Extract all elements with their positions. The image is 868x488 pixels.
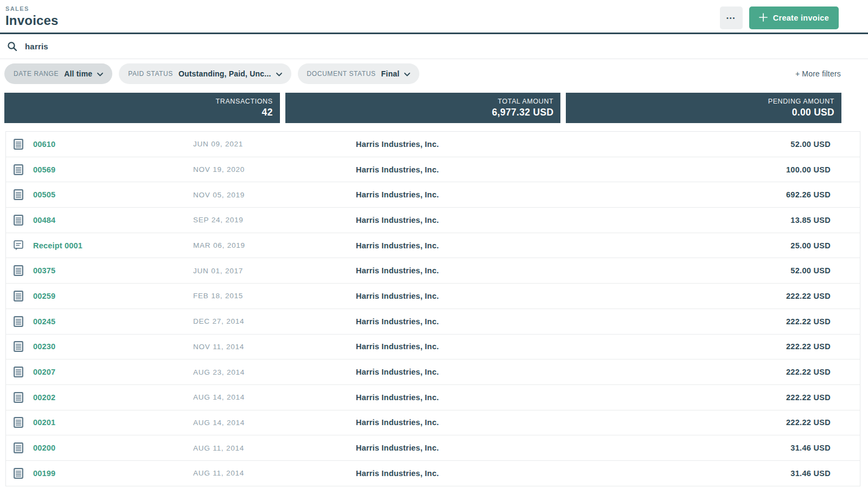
doc-date: AUG 11, 2014 xyxy=(193,444,356,452)
search-input[interactable] xyxy=(25,42,513,51)
doc-date: JUN 09, 2021 xyxy=(193,140,356,148)
create-invoice-button[interactable]: Create invoice xyxy=(749,7,839,29)
doc-number-link[interactable]: 00202 xyxy=(33,393,193,402)
doc-date: AUG 14, 2014 xyxy=(193,393,356,401)
doc-icon-cell xyxy=(6,164,33,175)
filter-chip-paid-status[interactable]: PAID STATUS Outstanding, Paid, Unc... xyxy=(119,63,291,84)
invoice-icon xyxy=(14,442,23,453)
doc-customer: Harris Industries, Inc. xyxy=(356,393,786,402)
invoice-table-body: 00610 JUN 09, 2021 Harris Industries, In… xyxy=(5,131,860,486)
doc-amount: 222.22 USD xyxy=(786,292,860,300)
search-icon xyxy=(7,41,18,52)
doc-number-link[interactable]: 00505 xyxy=(33,190,193,199)
doc-amount: 222.22 USD xyxy=(786,342,860,351)
search-bar xyxy=(0,34,868,59)
doc-date: SEP 24, 2019 xyxy=(193,216,356,224)
table-row[interactable]: 00569 NOV 19, 2020 Harris Industries, In… xyxy=(6,157,860,183)
doc-number-link[interactable]: Receipt 0001 xyxy=(33,241,193,250)
chevron-down-icon xyxy=(404,69,410,79)
plus-icon xyxy=(759,13,768,23)
table-row[interactable]: 00245 DEC 27, 2014 Harris Industries, In… xyxy=(6,309,860,335)
doc-number-link[interactable]: 00199 xyxy=(33,469,193,478)
chevron-down-icon xyxy=(97,69,103,79)
doc-date: NOV 19, 2020 xyxy=(193,165,356,174)
table-row[interactable]: 00202 AUG 14, 2014 Harris Industries, In… xyxy=(6,385,860,410)
doc-customer: Harris Industries, Inc. xyxy=(356,292,786,300)
table-row[interactable]: 00259 FEB 18, 2015 Harris Industries, In… xyxy=(6,284,860,309)
doc-icon-cell xyxy=(6,240,33,251)
filter-bar: DATE RANGE All time PAID STATUS Outstand… xyxy=(4,63,841,84)
doc-customer: Harris Industries, Inc. xyxy=(356,140,790,149)
doc-date: FEB 18, 2015 xyxy=(193,292,356,300)
table-row[interactable]: 00207 AUG 23, 2014 Harris Industries, In… xyxy=(6,359,860,385)
doc-customer: Harris Industries, Inc. xyxy=(356,368,786,376)
filter-chip-document-status[interactable]: DOCUMENT STATUS Final xyxy=(298,63,420,84)
filter-value: All time xyxy=(64,69,92,78)
doc-icon-cell xyxy=(6,341,33,352)
chevron-down-icon xyxy=(276,69,282,79)
doc-customer: Harris Industries, Inc. xyxy=(356,317,786,326)
table-row[interactable]: 00610 JUN 09, 2021 Harris Industries, In… xyxy=(6,132,860,157)
more-filters-link[interactable]: + More filters xyxy=(795,69,841,78)
stat-pending-amount: PENDING AMOUNT 0.00 USD xyxy=(566,93,841,123)
filter-chip-date-range[interactable]: DATE RANGE All time xyxy=(4,63,112,84)
doc-amount: 222.22 USD xyxy=(786,317,860,326)
doc-icon-cell xyxy=(6,291,33,301)
invoice-icon xyxy=(14,215,23,226)
doc-number-link[interactable]: 00484 xyxy=(33,216,193,224)
invoice-icon xyxy=(14,189,23,200)
filter-value: Outstanding, Paid, Unc... xyxy=(178,69,271,78)
doc-icon-cell xyxy=(6,189,33,200)
doc-customer: Harris Industries, Inc. xyxy=(356,444,790,452)
doc-date: DEC 27, 2014 xyxy=(193,317,356,325)
doc-date: JUN 01, 2017 xyxy=(193,267,356,275)
doc-customer: Harris Industries, Inc. xyxy=(356,342,786,351)
table-row[interactable]: 00200 AUG 11, 2014 Harris Industries, In… xyxy=(6,435,860,461)
table-row[interactable]: 00505 NOV 05, 2019 Harris Industries, In… xyxy=(6,182,860,208)
doc-number-link[interactable]: 00230 xyxy=(33,342,193,351)
invoice-icon xyxy=(14,341,23,352)
stat-value: 6,977.32 USD xyxy=(492,107,554,118)
doc-customer: Harris Industries, Inc. xyxy=(356,241,790,250)
doc-customer: Harris Industries, Inc. xyxy=(356,266,790,275)
doc-icon-cell xyxy=(6,316,33,327)
invoice-icon xyxy=(14,265,23,276)
doc-amount: 222.22 USD xyxy=(786,418,860,427)
table-row[interactable]: 00201 AUG 14, 2014 Harris Industries, In… xyxy=(6,410,860,436)
header-titles: SALES Invoices xyxy=(5,5,59,28)
doc-customer: Harris Industries, Inc. xyxy=(356,190,786,199)
table-row[interactable]: Receipt 0001 MAR 06, 2019 Harris Industr… xyxy=(6,233,860,259)
table-row[interactable]: 00199 AUG 11, 2014 Harris Industries, In… xyxy=(6,461,860,486)
invoice-icon xyxy=(14,392,23,403)
doc-number-link[interactable]: 00259 xyxy=(33,292,193,300)
table-row[interactable]: 00375 JUN 01, 2017 Harris Industries, In… xyxy=(6,258,860,284)
table-row[interactable]: 00484 SEP 24, 2019 Harris Industries, In… xyxy=(6,208,860,233)
doc-icon-cell xyxy=(6,215,33,226)
doc-amount: 31.46 USD xyxy=(790,469,860,478)
doc-number-link[interactable]: 00569 xyxy=(33,165,193,174)
doc-amount: 52.00 USD xyxy=(790,140,860,149)
doc-date: NOV 05, 2019 xyxy=(193,191,356,199)
more-options-button[interactable]: ••• xyxy=(720,7,743,29)
doc-date: AUG 23, 2014 xyxy=(193,368,356,376)
invoice-icon xyxy=(14,367,23,377)
doc-number-link[interactable]: 00375 xyxy=(33,266,193,275)
doc-number-link[interactable]: 00200 xyxy=(33,444,193,452)
filter-label: DATE RANGE xyxy=(14,70,59,78)
doc-number-link[interactable]: 00610 xyxy=(33,140,193,149)
invoice-icon xyxy=(14,417,23,428)
doc-number-link[interactable]: 00201 xyxy=(33,418,193,427)
doc-icon-cell xyxy=(6,468,33,479)
doc-date: AUG 14, 2014 xyxy=(193,419,356,427)
doc-icon-cell xyxy=(6,417,33,428)
doc-amount: 13.85 USD xyxy=(790,216,860,224)
doc-number-link[interactable]: 00207 xyxy=(33,368,193,376)
filter-label: DOCUMENT STATUS xyxy=(307,70,376,78)
invoice-icon xyxy=(14,164,23,175)
doc-number-link[interactable]: 00245 xyxy=(33,317,193,326)
table-row[interactable]: 00230 NOV 11, 2014 Harris Industries, In… xyxy=(6,335,860,360)
doc-icon-cell xyxy=(6,367,33,377)
filter-label: PAID STATUS xyxy=(128,70,173,78)
stat-label: TOTAL AMOUNT xyxy=(498,98,554,105)
invoice-icon xyxy=(14,139,23,150)
